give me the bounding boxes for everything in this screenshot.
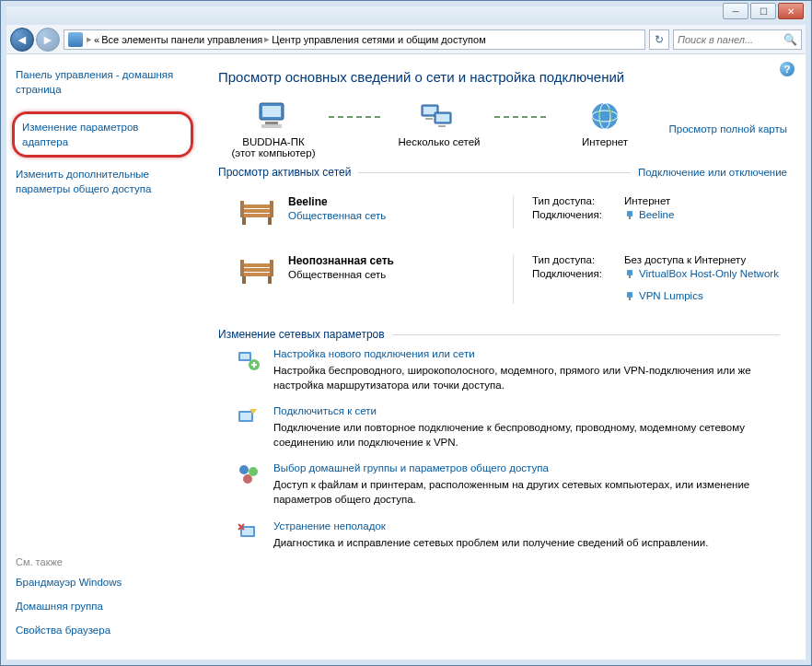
connection-link[interactable]: VPN Lumpics xyxy=(624,290,779,301)
connections-label: Подключения: xyxy=(532,268,624,301)
adapter-settings-link[interactable]: Изменение параметров адаптера xyxy=(12,111,193,158)
svg-rect-3 xyxy=(261,124,282,128)
svg-point-40 xyxy=(243,474,252,484)
see-also-browser[interactable]: Свойства браузера xyxy=(16,623,190,637)
view-full-map-link[interactable]: Просмотр полной карты xyxy=(668,123,787,134)
task-link[interactable]: Подключиться к сети xyxy=(273,405,787,416)
bench-icon xyxy=(237,254,277,287)
svg-rect-13 xyxy=(240,204,273,208)
network-name: Beeline xyxy=(288,195,386,208)
svg-rect-8 xyxy=(425,118,433,120)
node-multi-label: Несколько сетей xyxy=(399,136,481,147)
advanced-sharing-link[interactable]: Изменить дополнительные параметры общего… xyxy=(16,167,190,196)
adapter-icon xyxy=(624,290,635,301)
node-internet-label: Интернет xyxy=(582,136,628,147)
breadcrumb[interactable]: ▸ « Все элементы панели управления ▸ Цен… xyxy=(64,29,645,50)
connection-link[interactable]: VirtualBox Host-Only Network xyxy=(624,268,779,279)
active-networks-heading: Просмотр активных сетей xyxy=(218,166,351,179)
task-connect: Подключиться к сети Подключение или повт… xyxy=(218,405,787,450)
svg-rect-7 xyxy=(436,114,449,122)
see-also-homegroup[interactable]: Домашняя группа xyxy=(16,599,190,613)
svg-rect-23 xyxy=(240,268,273,272)
svg-rect-24 xyxy=(240,273,273,276)
svg-rect-32 xyxy=(629,298,631,300)
task-description: Настройка беспроводного, широкополосного… xyxy=(273,363,787,392)
see-also-heading: См. также xyxy=(16,556,190,567)
change-settings-heading: Изменение сетевых параметров xyxy=(218,328,385,341)
refresh-button[interactable]: ↻ xyxy=(649,29,669,50)
homegroup-icon xyxy=(237,462,261,486)
node-this-pc: BUDDHA-ПК (этот компьютер) xyxy=(218,99,329,158)
svg-rect-27 xyxy=(240,260,244,276)
search-input[interactable] xyxy=(678,34,783,45)
task-link[interactable]: Настройка нового подключения или сети xyxy=(273,348,787,359)
connection-link[interactable]: Beeline xyxy=(624,209,674,220)
task-link[interactable]: Устранение неполадок xyxy=(273,520,708,532)
control-panel-home-link[interactable]: Панель управления - домашняя страница xyxy=(16,67,190,97)
svg-rect-22 xyxy=(240,263,273,267)
control-panel-icon xyxy=(68,32,83,47)
maximize-button[interactable]: ☐ xyxy=(750,3,776,19)
svg-rect-31 xyxy=(627,292,632,298)
svg-rect-1 xyxy=(262,106,281,117)
svg-rect-14 xyxy=(240,209,273,213)
main-panel: ? Просмотр основных сведений о сети и на… xyxy=(200,54,806,660)
minimize-button[interactable]: ─ xyxy=(723,3,748,19)
addressbar: ◄ ► ▸ « Все элементы панели управления ▸… xyxy=(6,25,806,54)
svg-rect-20 xyxy=(627,211,632,216)
search-icon: 🔍 xyxy=(783,33,797,46)
help-icon[interactable]: ? xyxy=(780,62,795,76)
connection-line xyxy=(494,116,550,118)
svg-rect-29 xyxy=(627,270,632,275)
troubleshoot-icon xyxy=(237,520,261,544)
svg-rect-15 xyxy=(240,214,273,217)
computer-icon xyxy=(254,99,293,133)
svg-rect-37 xyxy=(240,413,251,420)
access-value: Интернет xyxy=(624,195,670,206)
task-description: Диагностика и исправление сетевых пробле… xyxy=(273,535,708,550)
svg-rect-18 xyxy=(240,201,244,217)
close-button[interactable]: ✕ xyxy=(778,3,804,19)
network-row: Неопознанная сеть Общественная сеть Тип … xyxy=(218,245,787,321)
connect-icon xyxy=(237,405,261,429)
task-description: Доступ к файлам и принтерам, расположенн… xyxy=(273,477,787,507)
page-title: Просмотр основных сведений о сети и наст… xyxy=(218,69,787,85)
svg-rect-30 xyxy=(629,275,631,278)
see-also-firewall[interactable]: Брандмауэр Windows xyxy=(16,575,190,590)
back-button[interactable]: ◄ xyxy=(10,28,34,52)
forward-button[interactable]: ► xyxy=(36,28,60,52)
access-label: Тип доступа: xyxy=(532,195,624,206)
connect-disconnect-link[interactable]: Подключение или отключение xyxy=(638,167,787,178)
access-value: Без доступа к Интернету xyxy=(624,254,746,265)
network-type-link[interactable]: Общественная сеть xyxy=(288,210,386,221)
svg-point-10 xyxy=(592,103,618,129)
svg-rect-21 xyxy=(629,216,631,219)
network-name: Неопознанная сеть xyxy=(288,254,394,267)
svg-rect-2 xyxy=(265,122,278,124)
task-link[interactable]: Выбор домашней группы и параметров общег… xyxy=(273,462,787,473)
task-troubleshoot: Устранение неполадок Диагностика и испра… xyxy=(218,520,787,550)
svg-rect-25 xyxy=(242,276,246,284)
svg-rect-9 xyxy=(438,125,446,127)
titlebar: ─ ☐ ✕ xyxy=(6,6,806,25)
connections-label: Подключения: xyxy=(532,209,624,220)
breadcrumb-item[interactable]: Центр управления сетями и общим доступом xyxy=(272,34,485,45)
svg-rect-26 xyxy=(268,276,272,284)
node-internet: Интернет xyxy=(550,99,660,147)
globe-icon xyxy=(586,99,624,133)
network-type: Общественная сеть xyxy=(288,269,394,280)
task-homegroup: Выбор домашней группы и параметров общег… xyxy=(218,462,787,507)
connection-line xyxy=(329,116,384,118)
adapter-icon xyxy=(624,209,635,220)
task-description: Подключение или повторное подключение к … xyxy=(273,420,787,450)
node-pc-name: BUDDHA-ПК xyxy=(242,136,304,147)
node-multi-networks: Несколько сетей xyxy=(384,99,494,147)
search-box[interactable]: 🔍 xyxy=(673,29,802,50)
breadcrumb-item[interactable]: Все элементы панели управления xyxy=(101,34,262,45)
svg-rect-28 xyxy=(270,260,273,276)
window: ─ ☐ ✕ ◄ ► ▸ « Все элементы панели управл… xyxy=(0,0,812,666)
network-row: Beeline Общественная сеть Тип доступа:Ин… xyxy=(218,186,787,245)
adapter-icon xyxy=(624,268,635,279)
networks-icon xyxy=(420,99,458,133)
svg-rect-19 xyxy=(270,201,273,217)
